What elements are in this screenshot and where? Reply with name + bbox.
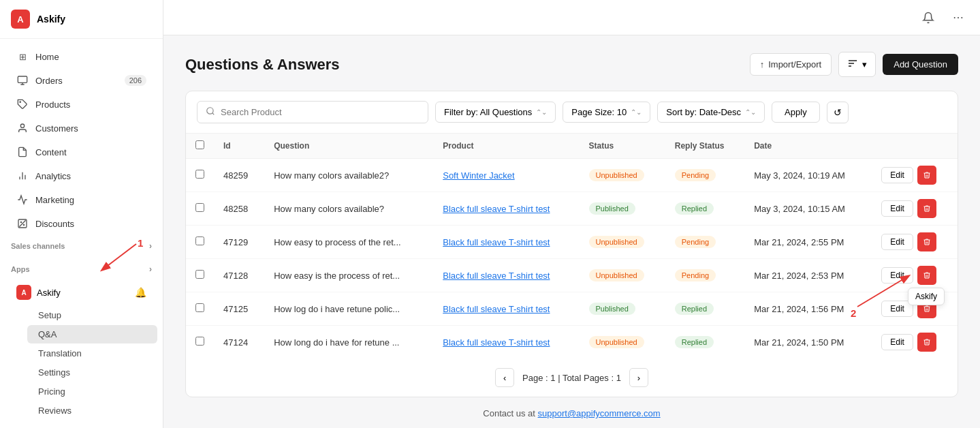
col-reply-status: Reply Status	[665, 134, 744, 159]
product-link[interactable]: Black full sleave T-shirt test	[443, 337, 550, 348]
sort-button[interactable]: ▾	[838, 52, 876, 77]
sidebar-item-analytics[interactable]: Analytics	[5, 164, 157, 187]
row-checkbox[interactable]	[195, 303, 204, 312]
trash-icon	[923, 171, 931, 179]
delete-button[interactable]	[917, 232, 936, 251]
marketing-icon	[16, 194, 29, 206]
submenu-qna[interactable]: Q&A	[27, 325, 157, 343]
support-email-link[interactable]: support@appifycommerce.com	[538, 408, 661, 418]
more-icon[interactable]: ⋯	[947, 7, 969, 29]
reply-status-badge: Replied	[675, 202, 714, 215]
footer: Contact us at support@appifycommerce.com	[185, 397, 958, 428]
reply-status-badge: Replied	[675, 303, 714, 315]
row-id: 47124	[214, 326, 264, 359]
product-link[interactable]: Black full sleave T-shirt test	[443, 204, 550, 214]
pagination: ‹ Page : 1 | Total Pages : 1 ›	[186, 358, 958, 397]
row-id: 47129	[214, 226, 264, 259]
chevron-down-icon: ▾	[862, 59, 867, 70]
sidebar-item-label: Analytics	[35, 171, 71, 181]
edit-button[interactable]: Edit	[881, 234, 913, 250]
row-date: May 3, 2024, 10:19 AM	[744, 159, 872, 192]
askify-title[interactable]: A Askify	[16, 285, 61, 300]
row-date: May 3, 2024, 10:15 AM	[744, 192, 872, 226]
import-export-button[interactable]: ↑ Import/Export	[750, 53, 832, 76]
search-input[interactable]	[221, 107, 420, 117]
add-question-button[interactable]: Add Question	[883, 54, 958, 75]
delete-button[interactable]	[917, 266, 936, 285]
row-checkbox-cell	[186, 159, 214, 192]
filter-arrow-icon: ⌃⌄	[536, 108, 547, 116]
discounts-icon	[16, 217, 29, 230]
edit-button[interactable]: Edit	[881, 200, 913, 217]
sort-dropdown[interactable]: Sort by: Date-Desc ⌃⌄	[657, 102, 765, 123]
page-size-arrow-icon: ⌃⌄	[631, 108, 642, 116]
row-checkbox[interactable]	[195, 170, 204, 179]
row-id: 47125	[214, 292, 264, 326]
row-checkbox[interactable]	[195, 270, 204, 279]
edit-button[interactable]: Edit	[881, 267, 913, 284]
next-page-button[interactable]: ›	[629, 368, 648, 387]
row-checkbox[interactable]	[195, 203, 204, 212]
apply-button[interactable]: Apply	[772, 102, 820, 123]
refresh-button[interactable]: ↺	[827, 102, 849, 123]
filter-by-dropdown[interactable]: Filter by: All Questions ⌃⌄	[435, 102, 556, 123]
sidebar-item-label: Orders	[35, 76, 63, 86]
home-icon: ⊞	[16, 50, 29, 63]
table-row: 48259 How many colors available2? Soft W…	[186, 159, 958, 192]
submenu-settings[interactable]: Settings	[27, 363, 157, 382]
row-product: Soft Winter Jacket	[433, 159, 579, 192]
trash-icon	[923, 305, 931, 313]
submenu-setup[interactable]: Setup	[27, 306, 157, 324]
sidebar-item-marketing[interactable]: Marketing	[5, 188, 157, 211]
askify-bell-icon[interactable]: 🔔	[135, 287, 146, 298]
submenu-translation[interactable]: Translation	[27, 344, 157, 363]
sidebar-item-orders[interactable]: Orders 206	[5, 69, 157, 92]
product-link[interactable]: Black full sleave T-shirt test	[443, 271, 550, 281]
sidebar-item-home[interactable]: ⊞ Home	[5, 45, 157, 68]
filters-bar: Filter by: All Questions ⌃⌄ Page Size: 1…	[186, 91, 958, 134]
product-link[interactable]: Soft Winter Jacket	[443, 170, 514, 181]
askify-header[interactable]: A Askify 🔔	[5, 279, 157, 305]
footer-text: Contact us at	[483, 408, 537, 418]
row-status: Unpublished	[580, 326, 665, 359]
select-all-checkbox[interactable]	[195, 140, 204, 149]
product-link[interactable]: Black full sleave T-shirt test	[443, 304, 550, 314]
edit-button[interactable]: Edit	[881, 334, 913, 350]
trash-icon	[923, 338, 931, 346]
content-icon	[16, 146, 29, 158]
sales-channels-section[interactable]: Sales channels ›	[0, 236, 163, 254]
trash-icon	[923, 238, 931, 246]
sidebar-item-settings[interactable]: Settings	[5, 424, 157, 428]
row-actions: Edit	[872, 192, 958, 226]
sidebar-item-label: Content	[35, 147, 67, 157]
row-product: Black full sleave T-shirt test	[433, 259, 579, 292]
action-btns: Edit	[881, 166, 948, 185]
page-title: Questions & Answers	[185, 56, 340, 74]
row-date: Mar 21, 2024, 2:55 PM	[744, 226, 872, 259]
sidebar-item-discounts[interactable]: Discounts	[5, 212, 157, 235]
trash-icon	[923, 204, 931, 213]
delete-button[interactable]	[917, 333, 936, 352]
prev-page-button[interactable]: ‹	[495, 368, 514, 387]
row-product: Black full sleave T-shirt test	[433, 226, 579, 259]
apps-section: Apps ›	[0, 259, 163, 277]
row-checkbox[interactable]	[195, 236, 204, 245]
delete-button[interactable]	[917, 166, 936, 185]
action-btns: Edit	[881, 232, 948, 251]
pagination-info: Page : 1 | Total Pages : 1	[522, 373, 621, 383]
delete-button[interactable]	[917, 199, 936, 218]
notification-icon[interactable]	[917, 7, 939, 29]
sidebar-item-content[interactable]: Content	[5, 140, 157, 164]
edit-button[interactable]: Edit	[881, 167, 913, 183]
product-link[interactable]: Black full sleave T-shirt test	[443, 237, 550, 247]
search-box[interactable]	[197, 101, 428, 123]
sidebar-header: A Askify	[0, 0, 163, 39]
sidebar-item-customers[interactable]: Customers	[5, 117, 157, 140]
page-size-dropdown[interactable]: Page Size: 10 ⌃⌄	[563, 102, 650, 123]
submenu-pricing[interactable]: Pricing	[27, 382, 157, 401]
submenu-reviews[interactable]: Reviews	[27, 401, 157, 420]
row-checkbox[interactable]	[195, 337, 204, 346]
sidebar-item-products[interactable]: Products	[5, 93, 157, 116]
status-badge: Published	[589, 303, 635, 315]
row-status: Unpublished	[580, 226, 665, 259]
